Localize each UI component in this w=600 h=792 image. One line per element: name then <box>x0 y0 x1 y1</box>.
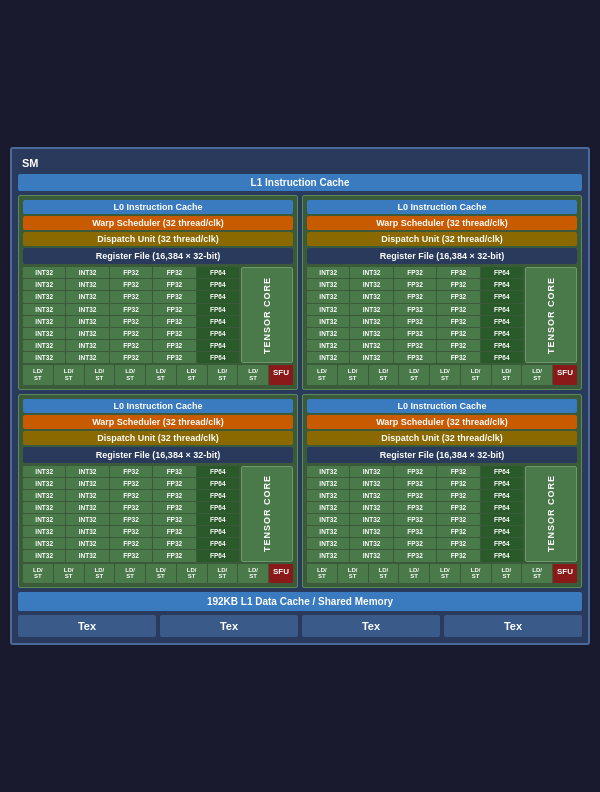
alu-row: INT32 INT32 FP32 FP32 FP64 <box>23 490 239 501</box>
fp64-cell: FP64 <box>197 502 239 513</box>
int32-cell: INT32 <box>23 514 65 525</box>
fp32-cell: FP32 <box>153 550 195 561</box>
alu-section-tr: INT32 INT32 FP32 FP32 FP64 INT32 INT32 F… <box>307 267 523 363</box>
int32-cell: INT32 <box>66 502 108 513</box>
int32-cell: INT32 <box>23 304 65 315</box>
int32-cell: INT32 <box>66 328 108 339</box>
ld-st-cell: LD/ST <box>238 564 268 583</box>
fp32-cell: FP32 <box>110 328 152 339</box>
alu-row: INT32 INT32 FP32 FP32 FP64 <box>307 550 523 561</box>
fp32-cell: FP32 <box>153 267 195 278</box>
int32-cell: INT32 <box>23 352 65 363</box>
ld-st-cell: LD/ST <box>23 365 53 384</box>
fp64-cell: FP64 <box>481 316 523 327</box>
alu-row: INT32 INT32 FP32 FP32 FP64 <box>23 328 239 339</box>
alu-row: INT32 INT32 FP32 FP32 FP64 <box>23 291 239 302</box>
fp32-cell: FP32 <box>394 466 436 477</box>
fp32-cell: FP32 <box>437 526 479 537</box>
fp32-cell: FP32 <box>394 526 436 537</box>
int32-cell: INT32 <box>23 490 65 501</box>
int32-cell: INT32 <box>350 502 392 513</box>
int32-cell: INT32 <box>66 304 108 315</box>
fp64-cell: FP64 <box>197 550 239 561</box>
alu-row: INT32 INT32 FP32 FP32 FP64 <box>307 514 523 525</box>
fp32-cell: FP32 <box>394 279 436 290</box>
fp32-cell: FP32 <box>153 514 195 525</box>
tensor-core-br: TENSOR CORE <box>525 466 577 562</box>
fp32-cell: FP32 <box>394 291 436 302</box>
fp32-cell: FP32 <box>153 466 195 477</box>
register-file-br: Register File (16,384 × 32-bit) <box>307 447 577 463</box>
register-file-tr: Register File (16,384 × 32-bit) <box>307 248 577 264</box>
tensor-core-tl: TENSOR CORE <box>241 267 293 363</box>
fp64-cell: FP64 <box>197 279 239 290</box>
int32-cell: INT32 <box>307 328 349 339</box>
fp32-cell: FP32 <box>110 267 152 278</box>
fp32-cell: FP32 <box>394 304 436 315</box>
l1-data-cache: 192KB L1 Data Cache / Shared Memory <box>18 592 582 611</box>
fp32-cell: FP32 <box>110 502 152 513</box>
fp32-cell: FP32 <box>394 352 436 363</box>
int32-cell: INT32 <box>23 267 65 278</box>
ld-st-cell: LD/ST <box>177 365 207 384</box>
fp32-cell: FP32 <box>394 316 436 327</box>
ld-st-cell: LD/ST <box>307 564 337 583</box>
fp32-cell: FP32 <box>110 279 152 290</box>
fp64-cell: FP64 <box>481 526 523 537</box>
alu-row: INT32 INT32 FP32 FP32 FP64 <box>307 328 523 339</box>
fp64-cell: FP64 <box>481 514 523 525</box>
fp32-cell: FP32 <box>394 514 436 525</box>
int32-cell: INT32 <box>307 316 349 327</box>
fp64-cell: FP64 <box>481 267 523 278</box>
ld-st-cell: LD/ST <box>369 564 399 583</box>
l1-instruction-cache: L1 Instruction Cache <box>18 174 582 191</box>
fp32-cell: FP32 <box>153 478 195 489</box>
ld-st-cell: LD/ST <box>461 365 491 384</box>
fp32-cell: FP32 <box>437 490 479 501</box>
fp32-cell: FP32 <box>437 279 479 290</box>
quadrant-bottom-left: L0 Instruction Cache Warp Scheduler (32 … <box>18 394 298 588</box>
alu-row: INT32 INT32 FP32 FP32 FP64 <box>307 291 523 302</box>
fp64-cell: FP64 <box>481 466 523 477</box>
l0-cache-bl: L0 Instruction Cache <box>23 399 293 413</box>
fp64-cell: FP64 <box>197 304 239 315</box>
alu-row: INT32 INT32 FP32 FP32 FP64 <box>307 316 523 327</box>
ld-st-cell: LD/ST <box>461 564 491 583</box>
fp32-cell: FP32 <box>394 478 436 489</box>
alu-row: INT32 INT32 FP32 FP32 FP64 <box>307 490 523 501</box>
int32-cell: INT32 <box>23 478 65 489</box>
int32-cell: INT32 <box>350 538 392 549</box>
int32-cell: INT32 <box>66 478 108 489</box>
fp32-cell: FP32 <box>394 328 436 339</box>
fp32-cell: FP32 <box>110 538 152 549</box>
int32-cell: INT32 <box>307 550 349 561</box>
fp32-cell: FP32 <box>110 316 152 327</box>
fp32-cell: FP32 <box>153 304 195 315</box>
ld-st-cell: LD/ST <box>54 365 84 384</box>
tex-cell-4: Tex <box>444 615 582 637</box>
int32-cell: INT32 <box>66 466 108 477</box>
tensor-core-bl: TENSOR CORE <box>241 466 293 562</box>
int32-cell: INT32 <box>350 267 392 278</box>
fp64-cell: FP64 <box>197 340 239 351</box>
fp64-cell: FP64 <box>197 352 239 363</box>
fp32-cell: FP32 <box>110 550 152 561</box>
ld-st-cell: LD/ST <box>146 564 176 583</box>
fp64-cell: FP64 <box>197 291 239 302</box>
compute-area-tr: INT32 INT32 FP32 FP32 FP64 INT32 INT32 F… <box>307 267 577 363</box>
int32-cell: INT32 <box>66 526 108 537</box>
fp64-cell: FP64 <box>481 328 523 339</box>
fp64-cell: FP64 <box>197 490 239 501</box>
int32-cell: INT32 <box>23 328 65 339</box>
alu-row: INT32 INT32 FP32 FP32 FP64 <box>307 352 523 363</box>
fp32-cell: FP32 <box>110 352 152 363</box>
ld-st-cell: LD/ST <box>492 365 522 384</box>
int32-cell: INT32 <box>66 538 108 549</box>
fp32-cell: FP32 <box>110 291 152 302</box>
fp64-cell: FP64 <box>481 478 523 489</box>
fp32-cell: FP32 <box>394 340 436 351</box>
register-file-bl: Register File (16,384 × 32-bit) <box>23 447 293 463</box>
int32-cell: INT32 <box>350 328 392 339</box>
fp32-cell: FP32 <box>437 291 479 302</box>
fp64-cell: FP64 <box>481 352 523 363</box>
